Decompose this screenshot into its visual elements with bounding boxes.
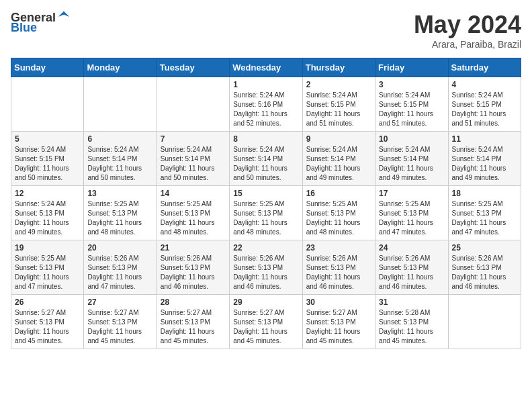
title-block: May 2024 Arara, Paraiba, Brazil bbox=[414, 11, 521, 50]
calendar-table: SundayMondayTuesdayWednesdayThursdayFrid… bbox=[11, 58, 521, 349]
calendar-cell: 13Sunrise: 5:25 AM Sunset: 5:13 PM Dayli… bbox=[84, 186, 157, 240]
day-info: Sunrise: 5:24 AM Sunset: 5:14 PM Dayligh… bbox=[306, 145, 371, 183]
day-number: 21 bbox=[161, 243, 226, 253]
day-number: 7 bbox=[161, 134, 226, 144]
day-info: Sunrise: 5:27 AM Sunset: 5:13 PM Dayligh… bbox=[306, 308, 371, 346]
calendar-cell: 23Sunrise: 5:26 AM Sunset: 5:13 PM Dayli… bbox=[302, 240, 375, 295]
day-info: Sunrise: 5:24 AM Sunset: 5:15 PM Dayligh… bbox=[379, 91, 444, 128]
calendar-week-row: 5Sunrise: 5:24 AM Sunset: 5:15 PM Daylig… bbox=[11, 132, 521, 186]
day-number: 17 bbox=[379, 189, 444, 198]
day-number: 8 bbox=[233, 134, 298, 144]
day-number: 25 bbox=[452, 243, 517, 253]
day-info: Sunrise: 5:24 AM Sunset: 5:16 PM Dayligh… bbox=[233, 91, 298, 128]
day-number: 9 bbox=[306, 134, 371, 144]
day-info: Sunrise: 5:25 AM Sunset: 5:13 PM Dayligh… bbox=[87, 199, 152, 237]
calendar-cell: 1Sunrise: 5:24 AM Sunset: 5:16 PM Daylig… bbox=[230, 77, 302, 132]
day-info: Sunrise: 5:24 AM Sunset: 5:15 PM Dayligh… bbox=[15, 145, 80, 183]
day-number: 23 bbox=[306, 243, 371, 253]
day-info: Sunrise: 5:24 AM Sunset: 5:14 PM Dayligh… bbox=[379, 145, 444, 183]
calendar-cell: 21Sunrise: 5:26 AM Sunset: 5:13 PM Dayli… bbox=[157, 240, 229, 295]
calendar-cell: 27Sunrise: 5:27 AM Sunset: 5:13 PM Dayli… bbox=[84, 295, 157, 349]
day-info: Sunrise: 5:27 AM Sunset: 5:13 PM Dayligh… bbox=[15, 308, 80, 346]
day-number: 28 bbox=[161, 298, 226, 307]
day-info: Sunrise: 5:27 AM Sunset: 5:13 PM Dayligh… bbox=[87, 308, 152, 346]
day-number: 24 bbox=[379, 243, 444, 253]
calendar-cell: 8Sunrise: 5:24 AM Sunset: 5:14 PM Daylig… bbox=[230, 132, 302, 186]
day-number: 11 bbox=[452, 134, 517, 144]
day-info: Sunrise: 5:25 AM Sunset: 5:13 PM Dayligh… bbox=[15, 254, 80, 291]
day-info: Sunrise: 5:27 AM Sunset: 5:13 PM Dayligh… bbox=[161, 308, 226, 346]
logo-icon bbox=[57, 10, 71, 24]
calendar-cell: 2Sunrise: 5:24 AM Sunset: 5:15 PM Daylig… bbox=[302, 77, 375, 132]
month-title: May 2024 bbox=[414, 11, 521, 39]
calendar-cell: 28Sunrise: 5:27 AM Sunset: 5:13 PM Dayli… bbox=[157, 295, 229, 349]
day-info: Sunrise: 5:25 AM Sunset: 5:13 PM Dayligh… bbox=[452, 199, 517, 237]
calendar-cell: 6Sunrise: 5:24 AM Sunset: 5:14 PM Daylig… bbox=[84, 132, 157, 186]
calendar-cell: 14Sunrise: 5:25 AM Sunset: 5:13 PM Dayli… bbox=[157, 186, 229, 240]
calendar-cell: 11Sunrise: 5:24 AM Sunset: 5:14 PM Dayli… bbox=[448, 132, 521, 186]
calendar-cell: 18Sunrise: 5:25 AM Sunset: 5:13 PM Dayli… bbox=[448, 186, 521, 240]
day-number: 15 bbox=[233, 189, 298, 198]
day-info: Sunrise: 5:24 AM Sunset: 5:14 PM Dayligh… bbox=[87, 145, 152, 183]
calendar-cell: 20Sunrise: 5:26 AM Sunset: 5:13 PM Dayli… bbox=[84, 240, 157, 295]
day-info: Sunrise: 5:24 AM Sunset: 5:14 PM Dayligh… bbox=[161, 145, 226, 183]
calendar-cell: 29Sunrise: 5:27 AM Sunset: 5:13 PM Dayli… bbox=[230, 295, 302, 349]
logo-blue: Blue bbox=[11, 21, 37, 35]
calendar-cell: 17Sunrise: 5:25 AM Sunset: 5:13 PM Dayli… bbox=[375, 186, 448, 240]
calendar-week-row: 26Sunrise: 5:27 AM Sunset: 5:13 PM Dayli… bbox=[11, 295, 521, 349]
calendar-day-header: Sunday bbox=[11, 58, 84, 77]
day-info: Sunrise: 5:26 AM Sunset: 5:13 PM Dayligh… bbox=[452, 254, 517, 291]
calendar-cell: 16Sunrise: 5:25 AM Sunset: 5:13 PM Dayli… bbox=[302, 186, 375, 240]
day-number: 5 bbox=[15, 134, 80, 144]
day-number: 3 bbox=[379, 80, 444, 89]
day-number: 12 bbox=[15, 189, 80, 198]
day-info: Sunrise: 5:26 AM Sunset: 5:13 PM Dayligh… bbox=[87, 254, 152, 291]
day-info: Sunrise: 5:27 AM Sunset: 5:13 PM Dayligh… bbox=[233, 308, 298, 346]
day-info: Sunrise: 5:24 AM Sunset: 5:15 PM Dayligh… bbox=[452, 91, 517, 128]
day-info: Sunrise: 5:28 AM Sunset: 5:13 PM Dayligh… bbox=[379, 308, 444, 346]
calendar-cell bbox=[448, 295, 521, 349]
calendar-cell: 12Sunrise: 5:24 AM Sunset: 5:13 PM Dayli… bbox=[11, 186, 84, 240]
day-info: Sunrise: 5:24 AM Sunset: 5:15 PM Dayligh… bbox=[306, 91, 371, 128]
day-number: 14 bbox=[161, 189, 226, 198]
day-number: 20 bbox=[87, 243, 152, 253]
calendar-cell: 24Sunrise: 5:26 AM Sunset: 5:13 PM Dayli… bbox=[375, 240, 448, 295]
day-info: Sunrise: 5:26 AM Sunset: 5:13 PM Dayligh… bbox=[379, 254, 444, 291]
day-number: 16 bbox=[306, 189, 371, 198]
calendar-week-row: 12Sunrise: 5:24 AM Sunset: 5:13 PM Dayli… bbox=[11, 186, 521, 240]
calendar-day-header: Monday bbox=[84, 58, 157, 77]
day-number: 2 bbox=[306, 80, 371, 89]
location-subtitle: Arara, Paraiba, Brazil bbox=[414, 39, 521, 50]
day-number: 4 bbox=[452, 80, 517, 89]
day-info: Sunrise: 5:26 AM Sunset: 5:13 PM Dayligh… bbox=[306, 254, 371, 291]
calendar-cell: 3Sunrise: 5:24 AM Sunset: 5:15 PM Daylig… bbox=[375, 77, 448, 132]
calendar-day-header: Friday bbox=[375, 58, 448, 77]
calendar-cell: 25Sunrise: 5:26 AM Sunset: 5:13 PM Dayli… bbox=[448, 240, 521, 295]
calendar-cell: 26Sunrise: 5:27 AM Sunset: 5:13 PM Dayli… bbox=[11, 295, 84, 349]
day-info: Sunrise: 5:25 AM Sunset: 5:13 PM Dayligh… bbox=[379, 199, 444, 237]
calendar-cell: 15Sunrise: 5:25 AM Sunset: 5:13 PM Dayli… bbox=[230, 186, 302, 240]
day-number: 27 bbox=[87, 298, 152, 307]
day-info: Sunrise: 5:24 AM Sunset: 5:13 PM Dayligh… bbox=[15, 199, 80, 237]
calendar-cell bbox=[11, 77, 84, 132]
day-number: 30 bbox=[306, 298, 371, 307]
page-header: General Blue May 2024 Arara, Paraiba, Br… bbox=[11, 11, 521, 50]
calendar-week-row: 19Sunrise: 5:25 AM Sunset: 5:13 PM Dayli… bbox=[11, 240, 521, 295]
day-number: 26 bbox=[15, 298, 80, 307]
day-info: Sunrise: 5:24 AM Sunset: 5:14 PM Dayligh… bbox=[452, 145, 517, 183]
calendar-cell: 7Sunrise: 5:24 AM Sunset: 5:14 PM Daylig… bbox=[157, 132, 229, 186]
calendar-week-row: 1Sunrise: 5:24 AM Sunset: 5:16 PM Daylig… bbox=[11, 77, 521, 132]
day-number: 1 bbox=[233, 80, 298, 89]
calendar-cell: 30Sunrise: 5:27 AM Sunset: 5:13 PM Dayli… bbox=[302, 295, 375, 349]
calendar-cell: 5Sunrise: 5:24 AM Sunset: 5:15 PM Daylig… bbox=[11, 132, 84, 186]
calendar-cell: 10Sunrise: 5:24 AM Sunset: 5:14 PM Dayli… bbox=[375, 132, 448, 186]
calendar-cell bbox=[84, 77, 157, 132]
day-info: Sunrise: 5:26 AM Sunset: 5:13 PM Dayligh… bbox=[233, 254, 298, 291]
calendar-day-header: Tuesday bbox=[157, 58, 229, 77]
calendar-day-header: Thursday bbox=[302, 58, 375, 77]
day-info: Sunrise: 5:24 AM Sunset: 5:14 PM Dayligh… bbox=[233, 145, 298, 183]
day-number: 10 bbox=[379, 134, 444, 144]
day-info: Sunrise: 5:25 AM Sunset: 5:13 PM Dayligh… bbox=[233, 199, 298, 237]
day-info: Sunrise: 5:25 AM Sunset: 5:13 PM Dayligh… bbox=[161, 199, 226, 237]
logo: General Blue bbox=[11, 11, 71, 35]
